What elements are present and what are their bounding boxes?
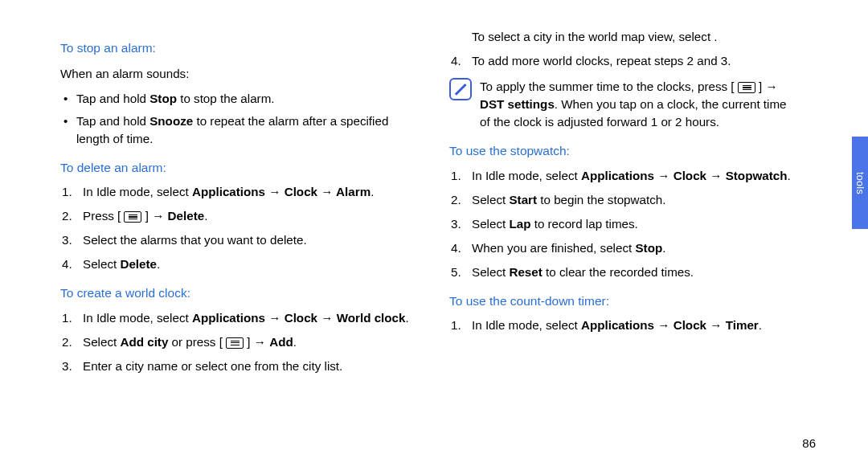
bold: Applications → Clock → Timer	[581, 318, 759, 332]
bold: Reset	[509, 265, 542, 279]
note-text: To apply the summer time to the clocks, …	[480, 78, 798, 131]
steps-stopwatch: In Idle mode, select Applications → Cloc…	[449, 167, 798, 281]
text: ] →	[755, 80, 778, 93]
text: ] →	[244, 335, 269, 349]
text: to begin the stopwatch.	[537, 193, 665, 206]
text: Tap and hold	[76, 92, 149, 105]
steps-delete: In Idle mode, select Applications → Cloc…	[60, 183, 417, 273]
bullet-list: Tap and hold Stop to stop the alarm. Tap…	[60, 90, 417, 148]
text: In Idle mode, select	[472, 318, 581, 332]
text: Press [	[83, 209, 124, 223]
bold: Applications → Clock → Stopwatch	[581, 169, 788, 182]
side-tab: tools	[852, 0, 868, 470]
list-item: Select Delete.	[60, 255, 417, 273]
list-item: Enter a city name or select one from the…	[60, 358, 417, 375]
bold: Applications → Clock → World clock	[192, 311, 406, 325]
text: .	[293, 335, 297, 349]
text: Tap and hold	[76, 114, 149, 128]
list-item: In Idle mode, select Applications → Cloc…	[449, 167, 798, 185]
text: In Idle mode, select	[83, 311, 192, 325]
text: In Idle mode, select	[472, 169, 581, 182]
list-item: In Idle mode, select Applications → Cloc…	[449, 317, 798, 334]
list-item: In Idle mode, select Applications → Cloc…	[60, 309, 417, 327]
steps-worldclock: In Idle mode, select Applications → Cloc…	[60, 309, 417, 375]
list-item: Select Add city or press [ ] → Add.	[60, 333, 417, 351]
page-number: 86	[802, 436, 816, 450]
bold: DST settings	[480, 97, 555, 111]
right-column: To select a city in the world map view, …	[441, 28, 822, 382]
menu-icon	[738, 82, 755, 93]
text: .	[157, 257, 160, 271]
heading-delete-alarm: To delete an alarm:	[60, 159, 417, 177]
text: Select	[472, 193, 509, 206]
list-item: To add more world clocks, repeat steps 2…	[449, 52, 798, 70]
left-column: To stop an alarm: When an alarm sounds: …	[60, 28, 441, 382]
bold: Add	[269, 335, 293, 349]
bold: Snooze	[149, 114, 193, 128]
two-column-layout: To stop an alarm: When an alarm sounds: …	[0, 28, 828, 382]
text: to stop the alarm.	[177, 92, 275, 105]
list-item: Select Start to begin the stopwatch.	[449, 191, 798, 209]
text: or press [	[168, 335, 226, 349]
list-item: In Idle mode, select Applications → Cloc…	[60, 183, 417, 201]
list-item: Select the alarms that you want to delet…	[60, 231, 417, 249]
bold: Applications → Clock → Alarm	[192, 185, 371, 198]
bold: Stop	[635, 241, 662, 255]
text: Select	[472, 217, 509, 231]
section-tab: tools	[852, 137, 868, 229]
text: Select the alarms that you want to delet…	[83, 233, 307, 247]
text: Select	[83, 335, 120, 349]
menu-icon	[226, 337, 244, 349]
list-item: Tap and hold Snooze to repeat the alarm …	[62, 112, 417, 148]
menu-icon	[124, 211, 141, 223]
text: .	[787, 169, 790, 182]
text: ] →	[141, 209, 167, 223]
bold: Delete	[168, 209, 205, 223]
text: to clear the recorded times.	[542, 265, 694, 279]
bold: Start	[509, 193, 537, 206]
list-item: Tap and hold Stop to stop the alarm.	[62, 90, 417, 108]
text: to record lap times.	[530, 217, 637, 231]
list-item: When you are finished, select Stop.	[449, 239, 798, 257]
heading-timer: To use the count-down timer:	[449, 292, 798, 310]
text: .	[662, 241, 665, 255]
text: When you are finished, select	[472, 241, 635, 255]
text: To add more world clocks, repeat steps 2…	[472, 54, 731, 67]
bold: Stop	[149, 92, 177, 105]
tab-label: tools	[854, 172, 866, 194]
heading-world-clock: To create a world clock:	[60, 284, 417, 302]
note-icon	[449, 78, 472, 100]
text: .	[204, 209, 207, 223]
text: Select	[472, 265, 509, 279]
text: .	[759, 318, 762, 332]
bold: Add city	[120, 335, 168, 349]
list-item: Press [ ] → Delete.	[60, 207, 417, 225]
list-item: Select Reset to clear the recorded times…	[449, 264, 798, 281]
steps-continuation: To add more world clocks, repeat steps 2…	[449, 52, 798, 70]
text: To apply the summer time to the clocks, …	[480, 80, 738, 93]
heading-stopwatch: To use the stopwatch:	[449, 142, 798, 160]
manual-page: To stop an alarm: When an alarm sounds: …	[0, 0, 868, 470]
continuation-line: To select a city in the world map view, …	[449, 28, 798, 46]
heading-stop-alarm: To stop an alarm:	[60, 39, 417, 57]
list-item: Select Lap to record lap times.	[449, 215, 798, 233]
bold: Lap	[509, 217, 530, 231]
text: .	[405, 311, 408, 325]
text: In Idle mode, select	[83, 185, 192, 198]
text: Enter a city name or select one from the…	[83, 359, 342, 373]
bold: Delete	[120, 257, 157, 271]
intro-text: When an alarm sounds:	[60, 65, 417, 83]
steps-timer: In Idle mode, select Applications → Cloc…	[449, 317, 798, 334]
text: .	[371, 185, 374, 198]
text: Select	[83, 257, 120, 271]
note-box: To apply the summer time to the clocks, …	[449, 78, 798, 131]
